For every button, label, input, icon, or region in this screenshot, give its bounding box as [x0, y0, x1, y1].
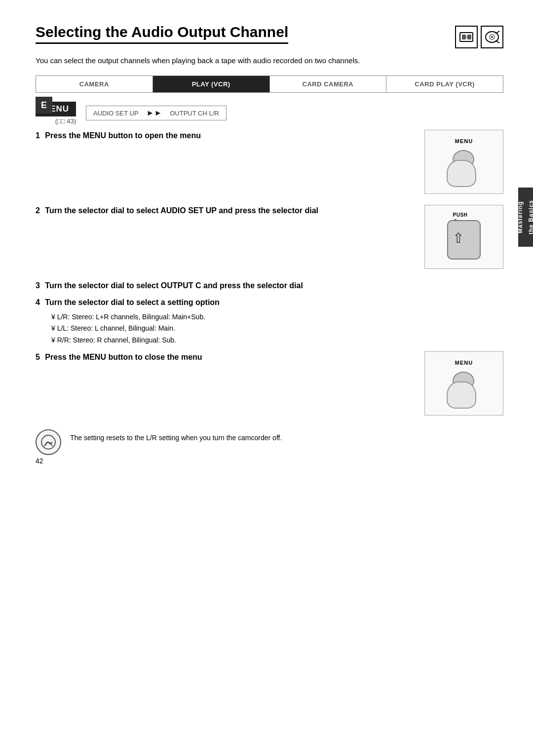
svg-point-8	[491, 36, 493, 38]
hand-shape	[447, 160, 476, 187]
title-icons	[455, 26, 503, 48]
step-2-number: 2	[36, 206, 40, 215]
svg-rect-2	[467, 35, 471, 39]
camera-icon	[481, 26, 503, 48]
tab-card-camera[interactable]: CARD CAMERA	[270, 76, 387, 92]
e-badge: E	[36, 97, 52, 113]
svg-rect-1	[462, 35, 466, 39]
tab-camera[interactable]: CAMERA	[36, 76, 153, 92]
step-3-number: 3	[36, 281, 40, 290]
step-5: 5 Press the MENU button to close the men…	[36, 351, 503, 416]
step-1-image: MENU	[424, 130, 503, 194]
step-1-text: 1 Press the MENU button to open the menu	[36, 130, 413, 142]
dial-illustration-2: PUSH 🔉 ⇧	[442, 212, 486, 262]
menu-path-arrow: ►►	[147, 109, 162, 117]
vcr-icon	[455, 26, 478, 48]
menu-path: AUDIO SET UP ►► OUTPUT CH L/R	[86, 106, 227, 120]
step-2-content: 2 Turn the selector dial to select AUDIO…	[36, 205, 413, 217]
step-4-number: 4	[36, 298, 40, 306]
hand-shape-2	[447, 381, 476, 409]
note-icon	[36, 429, 61, 455]
step-3-text: 3 Turn the selector dial to select OUTPU…	[36, 280, 503, 292]
step-1-number: 1	[36, 131, 40, 140]
step-2-image: PUSH 🔉 ⇧	[424, 205, 503, 269]
subtitle-text: You can select the output channels when …	[36, 55, 503, 67]
step-5-image: MENU	[424, 351, 503, 416]
step-3: 3 Turn the selector dial to select OUTPU…	[36, 280, 503, 292]
step-2-text: 2 Turn the selector dial to select AUDIO…	[36, 205, 413, 217]
side-tab-line2: the Basics	[528, 200, 533, 234]
step-5-text: 5 Press the MENU button to close the men…	[36, 351, 413, 363]
step-5-image-label: MENU	[455, 360, 473, 366]
note-row: The setting resets to the L/R setting wh…	[36, 429, 503, 455]
bullet-list: L/R: Stereo: L+R channels, Bilingual: Ma…	[51, 311, 503, 346]
step-3-content: 3 Turn the selector dial to select OUTPU…	[36, 280, 503, 292]
step-2: 2 Turn the selector dial to select AUDIO…	[36, 205, 503, 269]
bullet-item-2: L/L: Stereo: L channel, Bilingual: Main.	[51, 323, 503, 335]
menu-ref: (□□ 43)	[55, 117, 76, 125]
step-1: 1 Press the MENU button to open the menu…	[36, 130, 503, 194]
note-text: The setting resets to the L/R setting wh…	[70, 429, 282, 443]
bullet-item-3: R/R: Stereo: R channel, Bilingual: Sub.	[51, 335, 503, 346]
tab-play-vcr[interactable]: PLAY (VCR)	[153, 76, 270, 92]
step-4: 4 Turn the selector dial to select a set…	[36, 297, 503, 308]
step-1-content: 1 Press the MENU button to open the menu	[36, 130, 413, 142]
side-tab-line1: Mastering	[517, 201, 524, 233]
page-title: Selecting the Audio Output Channel	[36, 24, 288, 44]
bullet-item-1: L/R: Stereo: L+R channels, Bilingual: Ma…	[51, 311, 503, 323]
dial-arrow-icon: ⇧	[453, 230, 464, 246]
step-5-content: 5 Press the MENU button to close the men…	[36, 351, 413, 363]
step-5-number: 5	[36, 353, 40, 361]
menu-path-item2: OUTPUT CH L/R	[170, 110, 219, 117]
mode-tabs-bar: CAMERA PLAY (VCR) CARD CAMERA CARD PLAY …	[36, 76, 503, 93]
title-row: Selecting the Audio Output Channel	[36, 24, 503, 48]
menu-path-item1: AUDIO SET UP	[93, 110, 139, 117]
menu-button-illustration	[442, 146, 486, 186]
menu-button-illustration-2	[442, 368, 486, 407]
step-4-text: 4 Turn the selector dial to select a set…	[36, 297, 503, 308]
menu-row: MENU (□□ 43) AUDIO SET UP ►► OUTPUT CH L…	[36, 102, 503, 125]
steps-container: 1 Press the MENU button to open the menu…	[36, 130, 503, 416]
step-1-image-label: MENU	[455, 138, 473, 144]
side-tab: Mastering the Basics	[518, 188, 533, 247]
step-4-content: 4 Turn the selector dial to select a set…	[36, 297, 503, 308]
page-number: 42	[36, 457, 43, 465]
svg-point-3	[465, 36, 467, 38]
tab-card-play-vcr[interactable]: CARD PLAY (VCR)	[386, 76, 503, 92]
